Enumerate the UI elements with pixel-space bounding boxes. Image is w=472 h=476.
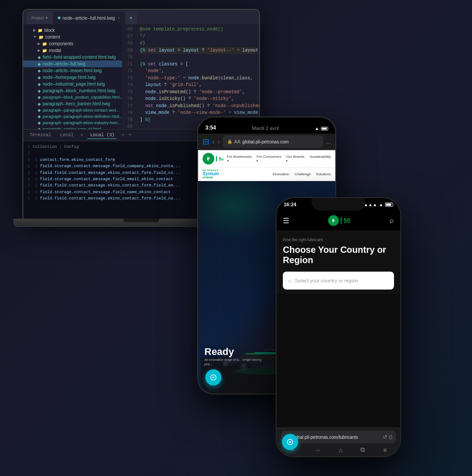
find-lubricant-label: Find the right lubricant (283, 238, 394, 242)
hamburger-menu-icon[interactable]: ☰ (283, 216, 289, 225)
mobile-search-icon[interactable]: ⌕ (390, 216, 394, 225)
mobile-share-icon[interactable]: ⎙ (389, 434, 392, 440)
desktop-nav-links: For Businesses ▾ For Consumers ▾ Our Bra… (227, 155, 331, 163)
tab-dot (58, 17, 61, 19)
synium-logo: PETRONAS Synium HYBRID (203, 169, 219, 179)
safari-sidebar-icon[interactable]: ⊟ (203, 137, 209, 147)
safari-forward-icon[interactable]: › (217, 137, 220, 147)
tree-item-block[interactable]: ▶ 📁 block (23, 27, 122, 34)
mobile-petronas-logo-icon (328, 215, 339, 226)
mobile-flame-icon (330, 217, 337, 224)
choose-country-title: Choose Your Country or Region (283, 245, 394, 265)
safari-lock-icon: 🔒 (227, 139, 232, 144)
tree-item-modal[interactable]: ▶ 📁 modal (23, 47, 122, 54)
front-phone-time: 16:24 (284, 202, 296, 207)
fab-icon-front (286, 438, 294, 446)
tab-close-icon[interactable]: × (117, 16, 120, 20)
editor-tab-project: Project ▾ (27, 12, 52, 24)
back-phone-date: Mardi 2 avril (252, 125, 279, 131)
tree-item-content[interactable]: ▼ 📁 content (23, 34, 122, 40)
mobile-browser-controls: ← → ⌂ ⧉ ≡ (281, 446, 396, 454)
tree-item-paragraph-block-numbers[interactable]: ◆ paragraph--block_numbers.html.twig (23, 87, 122, 94)
editor-tab-file[interactable]: node--article--full.html.twig × (53, 12, 125, 24)
nav-our-brands[interactable]: Our Brands ▾ (286, 155, 306, 163)
safari-share-dots[interactable]: ... (326, 138, 331, 145)
mobile-url-bar[interactable]: 🔒 global.pli-petronas.com/lubricants ↺ ⎙ (281, 431, 396, 443)
iphone-front-notch (312, 198, 365, 211)
tree-item-components[interactable]: ▶ 📁 components (23, 40, 122, 47)
mobile-content-area: Find the right lubricant Choose Your Cou… (277, 230, 400, 428)
country-selector-header: Find the right lubricant Choose Your Cou… (277, 230, 400, 294)
tree-item-node-article-full[interactable]: ◆ node--article--full.twig (23, 61, 122, 67)
tree-item-paragraph-hero[interactable]: ◆ paragraph--hero_banner.html.twig (23, 100, 122, 107)
mobile-nav-bar: ☰ 50 ⌕ (277, 211, 400, 230)
synium-nav-challenge[interactable]: Challenge (294, 172, 311, 176)
nav-sustainability[interactable]: Sustainability (310, 155, 331, 163)
editor-main-area: ▶ 📁 block ▼ 📁 content ▶ 📁 compo (23, 24, 259, 129)
svg-point-11 (212, 376, 214, 378)
mobile-menu-button[interactable]: ≡ (383, 446, 387, 454)
terminal-tab-terminal[interactable]: Terminal (27, 132, 54, 138)
tree-item-paragraph-ekino-definition[interactable]: ◆ paragraph--paragraph-ekino-definition.… (23, 113, 122, 120)
svg-point-13 (289, 441, 291, 443)
tab-filename: node--article--full.html.twig (62, 16, 115, 21)
editor-tab-bar: Project ▾ node--article--full.html.twig … (23, 10, 259, 24)
signal-icon: ▲▲▲ (364, 202, 377, 207)
hero-glow (198, 181, 279, 239)
nav-for-businesses[interactable]: For Businesses ▾ (227, 155, 253, 163)
nav-for-consumers[interactable]: For Consumers ▾ (256, 155, 282, 163)
safari-url-text: global.pli-petronas.com (242, 139, 319, 144)
petronas-logo-icon (203, 153, 214, 164)
mobile-50-years: 50 (341, 217, 351, 224)
unsaved-dot: ● (130, 16, 132, 20)
file-tree-sidebar: ▶ 📁 block ▼ 📁 content ▶ 📁 compo (23, 24, 122, 129)
tree-item-node-industrial[interactable]: ◆ node--industrial_page.html.twig (23, 81, 122, 87)
tree-item-paragraph-ekino-industry[interactable]: ◆ paragraph--paragraph-ekino-industry-ho… (23, 120, 122, 126)
wifi-icon: ▲ (315, 126, 319, 131)
synium-nav-solutions[interactable]: Solutions (316, 172, 331, 176)
petronas-logo: 50 (203, 153, 224, 164)
battery-icon (385, 203, 393, 207)
synium-subnav: PETRONAS Synium HYBRID Innovation Challe… (198, 168, 335, 181)
petronas-flame-icon (205, 155, 212, 162)
fab-icon-back (210, 374, 217, 381)
safari-aa-label: AA (234, 139, 241, 144)
ready-heading: Ready (204, 346, 267, 358)
tree-item-paragraph-block-product[interactable]: ◆ paragraph--block_product_capabilities.… (23, 94, 122, 100)
country-search-box[interactable]: ⌕ Select your country or region (283, 272, 394, 290)
iphone-front-screen: 16:24 ▲▲▲ ▲ ☰ 50 ⌕ Find the (277, 198, 400, 456)
laptop-hinge-notch (123, 219, 159, 222)
tree-item-paragraph-ekino-contact[interactable]: ◆ paragraph--paragraph-ekino-contact-sec… (23, 107, 122, 113)
editor-tab-second[interactable]: ● (126, 12, 137, 24)
synium-nav-innovation[interactable]: Innovation (273, 172, 289, 176)
synium-hybrid-label: HYBRID (203, 176, 219, 179)
ready-subtitle: An innovative range of lu... longer-last… (204, 358, 267, 367)
back-status-icons: ▲ (315, 126, 328, 131)
tree-item-node-article-teaser[interactable]: ◆ node--article--teaser.html.twig (23, 67, 122, 74)
terminal-tab-local[interactable]: Local (57, 132, 76, 138)
terminal-tab-local3[interactable]: Local (3) (87, 132, 117, 139)
tree-item-node-homepage[interactable]: ◆ node--homepage.html.twig (23, 74, 122, 81)
synium-brand-name: Synium (203, 172, 219, 176)
iphone-front-device: 16:24 ▲▲▲ ▲ ☰ 50 ⌕ Find the (276, 197, 401, 457)
petronas-desktop-nav: 50 For Businesses ▾ For Consumers ▾ Our … (198, 150, 335, 168)
tree-item-paragraph-service-sage[interactable]: ◆ paragraph--service-sage-x3.html... (23, 126, 122, 129)
country-search-placeholder: Select your country or region (295, 278, 358, 283)
fab-button-front[interactable] (282, 434, 298, 450)
code-text-area: @see template_preprocess_node() */ #} {%… (136, 24, 259, 129)
safari-url-bar[interactable]: 🔒 AA global.pli-petronas.com (223, 135, 323, 148)
project-label: Project (31, 16, 44, 20)
code-main-area: 6667686970 7172737475 7677787980 8182838… (122, 24, 259, 129)
safari-back-icon[interactable]: ‹ (212, 137, 215, 147)
mobile-reload-icon[interactable]: ↺ (383, 434, 387, 440)
mobile-tabs-button[interactable]: ⧉ (360, 446, 365, 454)
mobile-forward-button[interactable]: → (314, 446, 320, 454)
terminal-add-button[interactable]: + (129, 132, 132, 138)
tree-item-field-wrapped[interactable]: ◆ field--field-wrapped-content.html.twig (23, 54, 122, 61)
line-numbers: 6667686970 7172737475 7677787980 8182838… (122, 24, 136, 129)
front-status-icons: ▲▲▲ ▲ (364, 202, 393, 207)
country-search-icon: ⌕ (288, 277, 291, 284)
fab-button-back[interactable] (205, 369, 221, 385)
mobile-home-button[interactable]: ⌂ (339, 446, 342, 454)
synium-nav-links: Innovation Challenge Solutions (273, 172, 331, 176)
